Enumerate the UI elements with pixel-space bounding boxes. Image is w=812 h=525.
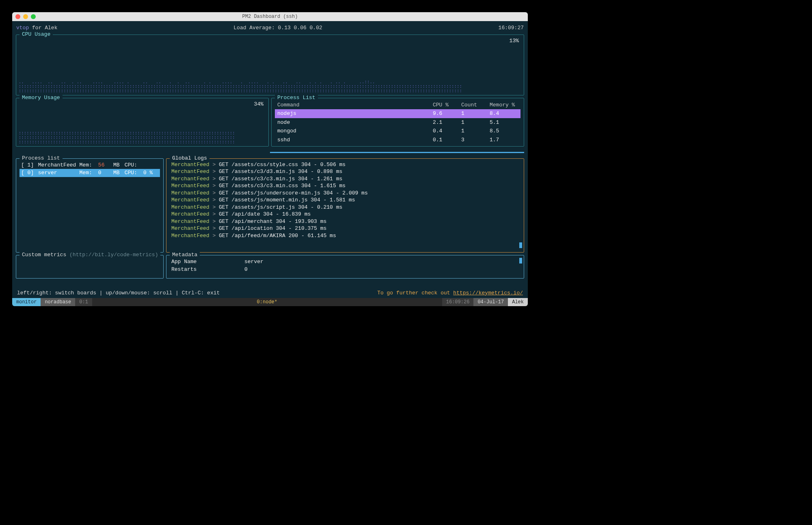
process-row[interactable]: node2.115.1	[275, 118, 520, 127]
mem-percent: 34%	[19, 101, 265, 108]
vtop-header: vtop for Alek Load Average: 0.13 0.06 0.…	[15, 24, 525, 33]
terminal-body: vtop for Alek Load Average: 0.13 0.06 0.…	[12, 21, 528, 298]
process-mem: 8.4	[490, 110, 518, 117]
metadata-panel: Metadata App NameserverRestarts0	[166, 255, 524, 279]
process-cmd: nodejs	[277, 110, 433, 117]
tmux-session-monitor[interactable]: monitor	[12, 298, 41, 306]
keymetrics-link[interactable]: https://keymetrics.io/	[453, 290, 523, 296]
process-count: 1	[461, 127, 490, 135]
window-title: PM2 Dashboard (ssh)	[12, 14, 528, 19]
cpu-graph: .. .... .. .. . .. .... .... . .. .. . .…	[19, 76, 521, 93]
pm2-process-list: Process list [ 1]MerchantFeedMem:56MBCPU…	[16, 158, 164, 253]
log-line: MerchantFeed > GET /assets/c3/c3.min.css…	[170, 182, 520, 190]
custom-metrics-panel: Custom metrics (http://bit.ly/code-metri…	[16, 255, 164, 279]
logs-scrollbar-thumb[interactable]	[519, 242, 522, 248]
process-cpu: 9.6	[433, 110, 461, 117]
tmux-session-noradbase[interactable]: noradbase	[41, 298, 75, 306]
process-mem: 5.1	[490, 119, 518, 126]
log-line: MerchantFeed > GET /assets/js/moment.min…	[170, 197, 520, 204]
log-line: MerchantFeed > GET /api/merchant 304 - 1…	[170, 218, 520, 225]
help-keys: left/right: switch boards | up/down/mous…	[17, 290, 220, 297]
process-list-header: Command CPU % Count Memory %	[275, 101, 520, 110]
log-line: MerchantFeed > GET /assets/js/script.js …	[170, 204, 520, 211]
tmux-window-index[interactable]: 0:1	[75, 298, 92, 306]
process-row[interactable]: mongod0.418.5	[275, 127, 520, 136]
user-name: Alek	[45, 25, 57, 31]
log-line: MerchantFeed > GET /assets/c3/c3.min.js …	[170, 175, 520, 183]
memory-usage-panel: Memory Usage 34% :::::::::::::::::::::::…	[16, 98, 269, 147]
load-label: Load Average:	[233, 25, 274, 31]
process-cpu: 2.1	[433, 119, 461, 126]
meta-scrollbar-thumb[interactable]	[519, 258, 522, 264]
tmux-active-window[interactable]: 0:node*	[92, 298, 442, 306]
titlebar[interactable]: PM2 Dashboard (ssh)	[12, 12, 528, 21]
cpu-percent: 13%	[19, 37, 520, 45]
tmux-time: 16:09:26	[442, 298, 474, 306]
pm2-process-row[interactable]: [ 1]MerchantFeedMem:56MBCPU:	[19, 161, 160, 169]
tmux-status-bar: monitor noradbase 0:1 0:node* 16:09:26 0…	[12, 298, 528, 306]
terminal-window: PM2 Dashboard (ssh) vtop for Alek Load A…	[12, 12, 528, 306]
meta-row: Restarts0	[170, 266, 520, 274]
log-line: MerchantFeed > GET /assets/js/underscore…	[170, 190, 520, 197]
process-count: 3	[461, 136, 490, 144]
process-count: 1	[461, 119, 490, 126]
log-line: MerchantFeed > GET /api/feed/m/AKIRA 200…	[170, 232, 520, 240]
process-count: 1	[461, 110, 490, 117]
process-row[interactable]: sshd0.131.7	[275, 136, 520, 145]
process-cpu: 0.1	[433, 136, 461, 144]
app-name: vtop	[16, 25, 29, 31]
process-row[interactable]: nodejs9.618.4	[275, 109, 520, 118]
mem-graph: ::::::::::::::::::::::::::::::::::::::::…	[19, 127, 266, 145]
cpu-usage-panel: CPU Usage 13% .. .... .. .. . .. .... ..…	[16, 35, 524, 95]
pm2-process-row[interactable]: [ 0]serverMem:0MBCPU:0 %	[19, 169, 160, 177]
board-tab-indicator	[16, 152, 524, 153]
log-line: MerchantFeed > GET /assets/c3/d3.min.js …	[170, 168, 520, 175]
log-line: MerchantFeed > GET /assets/css/style.css…	[170, 161, 520, 169]
process-cmd: node	[277, 119, 433, 126]
process-cmd: sshd	[277, 136, 433, 144]
global-logs-panel[interactable]: Global Logs MerchantFeed > GET /assets/c…	[166, 158, 524, 253]
process-mem: 8.5	[490, 127, 518, 135]
clock: 16:09:27	[499, 24, 524, 32]
meta-row: App Nameserver	[170, 258, 520, 266]
log-line: MerchantFeed > GET /api/location 304 - 2…	[170, 225, 520, 232]
process-list-panel: Process List Command CPU % Count Memory …	[271, 98, 524, 147]
help-line: left/right: switch boards | up/down/mous…	[15, 288, 525, 298]
process-mem: 1.7	[490, 136, 518, 144]
process-cmd: mongod	[277, 127, 433, 135]
process-cpu: 0.4	[433, 127, 461, 135]
log-line: MerchantFeed > GET /api/date 304 - 16.83…	[170, 211, 520, 218]
load-values: 0.13 0.06 0.02	[278, 25, 322, 31]
tmux-date: 04-Jul-17	[473, 298, 508, 306]
tmux-user: Alek	[508, 298, 528, 306]
